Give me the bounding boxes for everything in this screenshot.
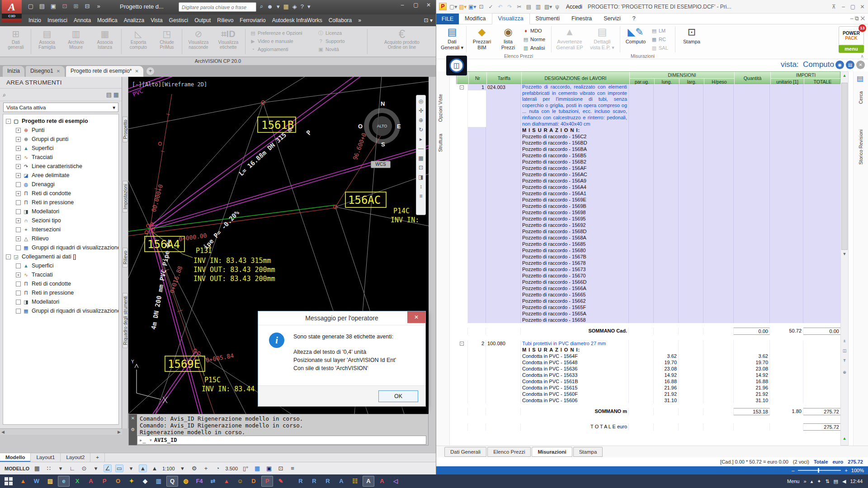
taskbar-app-icon[interactable]: R: [308, 476, 320, 487]
scroll-down-icon[interactable]: ▼: [841, 252, 848, 256]
acquisto-button[interactable]: € Acquisto prodottoOrdine on line: [371, 28, 433, 50]
measure-line[interactable]: Pozzetto di raccordo - 15680: [456, 247, 840, 253]
tree-item[interactable]: • ↷ Linee caratteristiche: [16, 162, 118, 171]
taskbar-app-icon[interactable]: ▨: [44, 476, 56, 487]
table-vscrollbar[interactable]: ▲ ▼ ± ◫ Ŧ ⊕ ▲: [840, 71, 849, 446]
new-doc-icon[interactable]: ▢▾: [449, 4, 456, 10]
taskbar-app-icon[interactable]: ◍: [180, 476, 192, 487]
menu-chevron-icon[interactable]: »: [804, 479, 807, 484]
sal-button[interactable]: ▥SAL: [651, 43, 668, 52]
ribbon-tab[interactable]: Ferroviario: [236, 14, 269, 26]
col-parug[interactable]: par.ug.: [629, 78, 654, 84]
ribbon-tab[interactable]: Modifica: [94, 14, 121, 26]
associa-famiglia-button[interactable]: ▤AssociaFamiglia: [33, 28, 61, 50]
tree-item[interactable]: + ∿ Tracciati: [16, 270, 118, 279]
tool-plusminus-icon[interactable]: ±: [841, 338, 848, 343]
measure-line[interactable]: Condotta in PVC - 15636 23.08 23.08: [456, 366, 840, 372]
tree-item[interactable]: + ◪ Aree delimitate: [16, 171, 118, 180]
book-icon[interactable]: ◫: [446, 56, 467, 75]
tree-item[interactable]: + ⊕ Gruppi di punti: [16, 135, 118, 144]
chiude-primus-button[interactable]: ◳ChiudePriMus: [154, 28, 180, 50]
tree-item[interactable]: + ▲ Superfici: [16, 144, 118, 153]
exchange-icon[interactable]: ◈: [292, 3, 297, 10]
taskbar-app-icon[interactable]: R: [322, 476, 334, 487]
tab-disegno1[interactable]: Disegno1✕: [26, 66, 65, 77]
close-button[interactable]: ✕: [859, 4, 866, 10]
sommano-row[interactable]: SOMMANO m 153.18 1.80 275.72: [456, 408, 840, 415]
measure-line[interactable]: Pozzetto di raccordo - 15673: [456, 266, 840, 272]
archivio-misure-button[interactable]: ▥ArchivioMisure: [62, 28, 90, 50]
col-hpeso[interactable]: H/peso: [704, 78, 734, 84]
search-binoculars-icon[interactable]: ⌕: [260, 3, 263, 10]
plot-icon[interactable]: ⊡: [61, 3, 68, 9]
aggiornamenti-item[interactable]: ◔Aggiornamenti: [250, 45, 288, 53]
new-file-icon[interactable]: ▢: [27, 3, 34, 9]
view-tool-icon[interactable]: ▦: [418, 155, 423, 161]
taskbar-app-icon[interactable]: A: [376, 476, 388, 487]
taskbar-app-icon[interactable]: ▴: [221, 476, 232, 487]
measure-line[interactable]: Condotta in PVC - 15615 21.96 21.96: [456, 385, 840, 391]
palette-hscrollbar[interactable]: ◀▶: [0, 428, 122, 435]
tab-cerca[interactable]: Cerca: [858, 91, 863, 104]
tree-item[interactable]: + Intersezioni: [16, 225, 118, 234]
tree-item[interactable]: ▦ Gruppi di riquadri di visualizzazione: [16, 243, 118, 252]
chevron-down-icon[interactable]: ▾: [57, 465, 65, 472]
measure-line[interactable]: Condotta in PVC - 15633 14.92 14.92: [456, 372, 840, 378]
accedi-button[interactable]: Accedi: [566, 4, 582, 10]
measure-line[interactable]: Pozzetto di raccordo - 156B5: [456, 152, 840, 159]
pin-icon[interactable]: ⊼: [830, 4, 837, 10]
tab-struttura[interactable]: Struttura: [438, 134, 443, 152]
taskbar-app-icon[interactable]: A: [85, 476, 97, 487]
measure-line[interactable]: Pozzetto di raccordo - 1565F: [456, 304, 840, 310]
tab-dati-generali[interactable]: Dati Generali: [444, 447, 486, 457]
spellcheck-icon[interactable]: ✓: [487, 4, 494, 10]
measure-line[interactable]: Pozzetto di raccordo - 15685: [456, 241, 840, 247]
col-tariffa[interactable]: Tariffa: [486, 72, 521, 84]
measure-line[interactable]: Pozzetto di raccordo - 156BD: [456, 140, 840, 146]
measure-line[interactable]: Pozzetto di raccordo - 1568A: [456, 235, 840, 241]
taskbar-app-icon[interactable]: W: [31, 476, 42, 487]
scroll-thumb[interactable]: [841, 83, 848, 250]
workspace-icon[interactable]: ▦: [253, 465, 261, 472]
taskbar-app-icon[interactable]: F4: [193, 476, 205, 487]
isolate-icon[interactable]: ▯°: [241, 465, 250, 472]
ribbon-tab[interactable]: Rilievo: [214, 14, 236, 26]
computo-button[interactable]: ◣✎Computo: [623, 25, 649, 45]
tray-icon[interactable]: ✦: [817, 479, 821, 484]
modello-label[interactable]: MODELLO: [5, 466, 29, 471]
ribbon-display-icon[interactable]: ⊡ ▾: [421, 14, 436, 26]
avvertenze-button[interactable]: ▲AvvertenzeGenerali EP: [555, 25, 585, 51]
view-compass[interactable]: ALTO N O E S: [364, 108, 400, 144]
menu-visualizza[interactable]: Visualizza: [492, 13, 530, 24]
zoom-slider[interactable]: [798, 470, 841, 471]
measure-line[interactable]: Pozzetto di raccordo - 156A4: [456, 184, 840, 190]
taskbar-app-icon[interactable]: e: [58, 476, 70, 487]
measure-line[interactable]: Pozzetto di raccordo - 156AC: [456, 171, 840, 178]
volume-icon[interactable]: ◀: [842, 479, 846, 484]
expand-icon[interactable]: [16, 282, 21, 286]
rc-button[interactable]: ▦RC: [651, 35, 666, 44]
autocad-logo[interactable]: A C3D: [2, 0, 22, 23]
menu-servizi[interactable]: Servizi: [598, 14, 627, 24]
paste-icon[interactable]: ▥: [535, 4, 542, 10]
tool-layers-icon[interactable]: ◫: [841, 348, 848, 353]
tab-misurazioni[interactable]: Misurazioni: [532, 447, 572, 457]
expand-icon[interactable]: +: [16, 236, 21, 241]
view-tool-icon[interactable]: ◨: [418, 174, 423, 180]
expand-icon[interactable]: [16, 200, 21, 205]
isodraft-icon[interactable]: ∠: [104, 465, 112, 472]
expand-icon[interactable]: [16, 182, 21, 187]
view-tool-icon[interactable]: ⊡: [419, 164, 423, 171]
maximize-button[interactable]: ▢: [410, 0, 422, 10]
maximize-button[interactable]: ▢: [849, 4, 856, 10]
view-tool-icon[interactable]: ↕: [420, 183, 422, 190]
clock[interactable]: 12:44: [850, 479, 863, 484]
tab-modello[interactable]: Modello: [0, 453, 31, 462]
help-icon[interactable]: ?: [301, 3, 304, 10]
close-icon[interactable]: ✕: [57, 69, 60, 74]
ribbon-tab[interactable]: Inserisci: [44, 14, 71, 26]
measure-line[interactable]: Pozzetto di raccordo - 15692: [456, 222, 840, 228]
dropdown-icon[interactable]: ▾: [307, 3, 311, 10]
taskbar-app-icon[interactable]: A: [335, 476, 347, 487]
measure-line[interactable]: Pozzetto di raccordo - 15665: [456, 291, 840, 298]
